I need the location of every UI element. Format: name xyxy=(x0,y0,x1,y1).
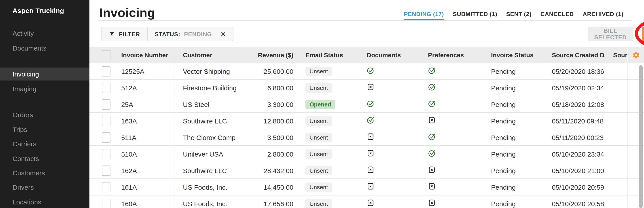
tab-sent[interactable]: SENT (2) xyxy=(506,8,532,20)
customer-cell: Vector Shipping xyxy=(174,63,236,79)
email-status-cell: Unsent xyxy=(294,199,367,208)
tab-archived[interactable]: ARCHIVED (1) xyxy=(583,8,624,20)
check-circle-icon xyxy=(428,149,436,158)
row-checkbox[interactable] xyxy=(102,182,110,192)
email-status-badge: Unsent xyxy=(306,133,332,142)
sidebar-item-activity[interactable]: Activity xyxy=(0,27,90,40)
row-checkbox[interactable] xyxy=(102,165,110,176)
sidebar-item-locations[interactable]: Locations xyxy=(0,196,90,208)
preferences-cell xyxy=(428,149,490,159)
row-select-cell xyxy=(90,149,116,159)
email-status-badge: Unsent xyxy=(306,199,332,208)
row-checkbox[interactable] xyxy=(102,116,110,126)
tabs-divider xyxy=(99,20,632,20)
email-status-badge: Opened xyxy=(306,100,335,109)
source-created-cell: 05/11/2020 00:23 P xyxy=(552,134,605,141)
tab-submitted[interactable]: SUBMITTED (1) xyxy=(453,8,497,20)
column-header-email-status[interactable]: Email Status xyxy=(294,52,367,58)
documents-cell xyxy=(367,83,428,92)
filter-chip-remove-icon[interactable]: ✕ xyxy=(220,31,226,37)
column-header-source[interactable]: Sourc xyxy=(605,52,628,58)
row-checkbox[interactable] xyxy=(102,99,110,109)
bill-selected-button[interactable]: BILL SELECTED xyxy=(588,27,633,41)
source-created-cell: 05/10/2020 23:34 P xyxy=(552,150,605,158)
tab-canceled[interactable]: CANCELED xyxy=(540,8,574,20)
customer-cell: Unilever USA xyxy=(174,146,236,162)
row-checkbox[interactable] xyxy=(102,66,110,76)
sidebar-item-customers[interactable]: Customers xyxy=(0,166,90,179)
select-all-checkbox[interactable] xyxy=(102,50,110,60)
header-cell-settings xyxy=(628,48,644,62)
table-row[interactable]: 25A US Steel 3,300.00 Opened Pending 05/… xyxy=(90,96,644,113)
vertical-scrollbar[interactable] xyxy=(639,65,643,208)
email-status-cell: Unsent xyxy=(294,133,367,142)
column-header-customer[interactable]: Customer xyxy=(174,48,236,62)
sidebar-item-invoicing[interactable]: Invoicing xyxy=(0,68,90,80)
sidebar-item-imaging[interactable]: Imaging xyxy=(0,82,90,95)
revenue-cell: 12,800.00 xyxy=(236,117,294,124)
table-row[interactable]: 163A Southwire LLC 12,800.00 Unsent Pend… xyxy=(90,113,644,129)
source-created-cell: 05/18/2020 12:08 P xyxy=(552,100,605,108)
invoice-number-cell: 510A xyxy=(116,150,174,158)
table-row[interactable]: 511A The Clorox Compan 3,500.00 Unsent P… xyxy=(90,129,644,146)
documents-cell xyxy=(367,198,428,208)
table-row[interactable]: 162A Southwire LLC 28,432.00 Unsent Pend… xyxy=(90,162,644,179)
source-created-cell: 05/10/2020 21:00 P xyxy=(552,166,605,174)
row-checkbox[interactable] xyxy=(102,82,110,93)
row-select-cell xyxy=(90,132,116,142)
table-row[interactable]: 510A Unilever USA 2,800.00 Unsent Pendin… xyxy=(90,146,644,162)
x-box-icon xyxy=(428,166,436,174)
app-window: Aspen Trucking Activity Documents Invoic… xyxy=(0,0,644,208)
source-created-cell: 05/10/2020 20:58 P xyxy=(552,200,605,207)
table-row[interactable]: 161A US Foods, Inc. 14,450.00 Unsent Pen… xyxy=(90,179,644,196)
sidebar-item-carriers[interactable]: Carriers xyxy=(0,137,90,150)
customer-cell: The Clorox Compan xyxy=(174,129,236,146)
check-circle-icon xyxy=(428,66,436,75)
sidebar-item-orders[interactable]: Orders xyxy=(0,108,90,121)
preferences-cell xyxy=(428,132,490,142)
row-checkbox[interactable] xyxy=(102,149,110,159)
filter-chip-value: PENDING xyxy=(184,31,212,38)
table-row[interactable]: 512A Firestone Building P 6,800.00 Unsen… xyxy=(90,80,644,96)
invoice-number-cell: 161A xyxy=(116,183,174,191)
filter-button-label: FILTER xyxy=(119,31,140,37)
column-settings-gear-icon[interactable] xyxy=(632,51,640,59)
invoice-status-cell: Pending xyxy=(490,67,552,75)
table-row[interactable]: 160A US Foods, Inc. 17,656.00 Unsent Pen… xyxy=(90,196,644,208)
sidebar-item-documents[interactable]: Documents xyxy=(0,42,90,54)
sidebar-item-drivers[interactable]: Drivers xyxy=(0,181,90,194)
x-box-icon xyxy=(367,132,374,141)
column-header-documents[interactable]: Documents xyxy=(367,52,428,58)
table-body: 12525A Vector Shipping 25,600.00 Unsent … xyxy=(90,63,644,208)
row-checkbox[interactable] xyxy=(102,198,110,208)
x-box-icon xyxy=(428,198,436,207)
check-circle-icon xyxy=(428,83,436,91)
filter-chip-status[interactable]: STATUS: PENDING ✕ xyxy=(147,27,233,41)
table-row[interactable]: 12525A Vector Shipping 25,600.00 Unsent … xyxy=(90,63,644,80)
preferences-cell xyxy=(428,198,490,208)
invoice-number-cell: 162A xyxy=(116,166,174,174)
bill-all-ready-button[interactable]: BILL ALL READY xyxy=(642,27,644,41)
tab-pending[interactable]: PENDING (17) xyxy=(404,8,444,20)
filter-button[interactable]: FILTER xyxy=(102,27,147,41)
invoice-number-cell: 160A xyxy=(116,200,174,207)
customer-cell: US Steel xyxy=(174,96,236,112)
column-header-invoice-number[interactable]: Invoice Number xyxy=(116,52,174,58)
column-header-preferences[interactable]: Preferences xyxy=(428,52,490,58)
column-header-invoice-status[interactable]: Invoice Status xyxy=(490,52,552,58)
source-created-cell: 05/19/2020 02:34 P xyxy=(552,84,605,92)
email-status-badge: Unsent xyxy=(306,182,332,192)
column-header-source-created[interactable]: Source Created Da xyxy=(552,52,605,58)
invoice-status-cell: Pending xyxy=(490,134,552,141)
invoice-status-cell: Pending xyxy=(490,84,552,92)
email-status-cell: Unsent xyxy=(294,116,367,126)
documents-cell xyxy=(367,149,428,159)
column-header-revenue[interactable]: Revenue ($) xyxy=(236,52,294,58)
invoice-number-cell: 25A xyxy=(116,100,174,108)
sidebar-item-trips[interactable]: Trips xyxy=(0,123,90,136)
x-box-icon xyxy=(428,182,436,190)
email-status-badge: Unsent xyxy=(306,116,332,126)
revenue-cell: 2,800.00 xyxy=(236,150,294,158)
sidebar-item-contacts[interactable]: Contacts xyxy=(0,152,90,165)
row-checkbox[interactable] xyxy=(102,132,110,142)
